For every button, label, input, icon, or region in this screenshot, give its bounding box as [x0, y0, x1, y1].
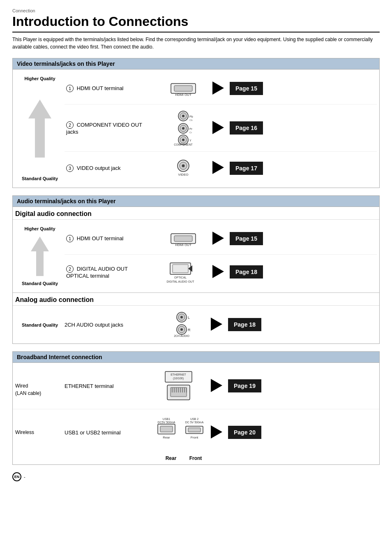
video-icon-video: VIDEO [157, 157, 210, 179]
digital-arrow-hdmi [210, 232, 226, 246]
svg-text:(10/100): (10/100) [173, 377, 184, 380]
svg-text:VIDEO: VIDEO [178, 173, 189, 176]
usb-icon-col: USB1 DC5V 500mA Rear USB 2 Front DC 5V 5… [155, 416, 208, 449]
digital-row-optical: 2 DIGITAL AUDIO OUT OPTICAL terminal OPT… [65, 255, 377, 289]
ethernet-type-col: Wired (LAN cable) [15, 375, 65, 397]
usb-type-col: Wireless [15, 429, 65, 435]
video-page-hdmi: Page 15 [230, 82, 263, 95]
ethernet-terminal-col: ETHERNET terminal [65, 383, 155, 389]
digital-terminal-hdmi: 1 HDMI OUT terminal [66, 235, 157, 242]
footer: EN - [12, 472, 380, 481]
front-label: Front [189, 455, 202, 461]
terminal-name-hdmi: HDMI OUT terminal [77, 85, 124, 91]
digital-page-optical: Page 18 [230, 265, 263, 278]
lang-label: EN [14, 475, 20, 479]
video-quality-top: Higher Quality [24, 76, 55, 81]
usb-terminal-col: USB1 or USB2 terminal [65, 429, 155, 436]
ethernet-type-label: Wired (LAN cable) [15, 383, 41, 396]
video-page-component: Page 16 [230, 121, 263, 135]
svg-text:Cr: Cr [189, 131, 192, 134]
footer-dash: - [24, 474, 25, 479]
digital-terminal-optical: 2 DIGITAL AUDIO OUT OPTICAL terminal [66, 265, 157, 279]
ethernet-icon-col: ETHERNET (10/100) [155, 369, 208, 402]
analog-icon: L R 2CH AUDIO [155, 311, 208, 339]
digital-quality-col: Higher Quality Standard Quality [15, 223, 65, 289]
video-terminal-video: 3 VIDEO output jack [66, 165, 157, 172]
svg-text:DIGITAL AUDIO OUT: DIGITAL AUDIO OUT [167, 280, 194, 283]
svg-point-32 [180, 316, 183, 318]
svg-text:DC5V 500mA: DC5V 500mA [158, 421, 175, 424]
en-badge: EN [12, 472, 21, 481]
rear-label: Rear [166, 455, 177, 461]
svg-point-20 [182, 165, 185, 167]
svg-text:2CH AUDIO: 2CH AUDIO [174, 334, 189, 337]
digital-audio-subsection: Digital audio connection Higher Quality … [13, 207, 379, 292]
svg-point-5 [182, 115, 184, 117]
usb-page: Page 20 [228, 426, 261, 439]
broadband-row-usb: Wireless USB1 or USB2 terminal USB1 DC5V… [13, 409, 379, 455]
digital-name-hdmi: HDMI OUT terminal [77, 235, 124, 241]
video-arrow-component [210, 121, 226, 135]
terminal-name-video: VIDEO output jack [77, 165, 121, 171]
svg-point-10 [182, 127, 184, 130]
digital-num-2: 2 [66, 265, 74, 273]
terminal-num-3: 3 [66, 165, 74, 172]
analog-quality-col: Standard Quality [15, 322, 65, 328]
video-arrow-video [210, 161, 226, 175]
video-quality-col: Higher Quality Standard Quality [15, 73, 65, 184]
analog-audio-subsection: Analog audio connection Standard Quality… [13, 293, 379, 343]
svg-text:HDMI OUT: HDMI OUT [175, 93, 191, 97]
svg-text:Y: Y [189, 139, 191, 142]
svg-text:Rear: Rear [163, 436, 170, 439]
video-row-video: 3 VIDEO output jack VIDEO Page 17 [65, 152, 377, 184]
analog-row: Standard Quality 2CH AUDIO output jacks … [13, 306, 379, 343]
audio-section-header: Audio terminals/jacks on this Player [13, 196, 379, 207]
ethernet-arrow [208, 379, 225, 393]
digital-icon-hdmi: HDMI OUT [157, 228, 210, 249]
analog-quality: Standard Quality [22, 323, 58, 327]
analog-audio-title: Analog audio connection [13, 293, 379, 306]
svg-rect-26 [173, 265, 188, 273]
digital-quality-bottom: Standard Quality [22, 281, 58, 286]
ethernet-page: Page 19 [228, 379, 261, 392]
breadcrumb: Connection [12, 8, 380, 13]
svg-text:USB 2: USB 2 [190, 418, 198, 420]
broadband-section-header: Broadband Internet connection [13, 352, 379, 363]
terminal-num-2: 2 [66, 121, 74, 129]
video-page-video: Page 17 [230, 162, 263, 175]
video-icon-hdmi: HDMI OUT [157, 78, 210, 99]
svg-rect-23 [174, 236, 192, 241]
page-title: Introduction to Connections [12, 14, 380, 32]
analog-arrow [208, 318, 225, 332]
digital-name-optical: DIGITAL AUDIO OUT OPTICAL terminal [66, 266, 128, 279]
svg-text:HDMI OUT: HDMI OUT [175, 243, 191, 247]
svg-text:Cb: Cb [189, 119, 193, 121]
svg-text:DC 5V 500mA: DC 5V 500mA [185, 421, 204, 424]
digital-icon-optical: OPTICAL DIGITAL AUDIO OUT [157, 260, 210, 284]
broadband-row-ethernet: Wired (LAN cable) ETHERNET terminal ETHE… [13, 363, 379, 409]
svg-rect-1 [174, 86, 192, 91]
svg-point-15 [182, 139, 184, 141]
analog-page: Page 18 [228, 318, 261, 331]
digital-audio-title: Digital audio connection [13, 207, 379, 220]
ethernet-terminal-name: ETHERNET terminal [65, 383, 114, 389]
svg-point-36 [180, 328, 183, 331]
digital-quality-top: Higher Quality [24, 226, 55, 231]
video-row-component: 2 COMPONENT VIDEO OUT jacks Pb Cb [65, 104, 377, 152]
video-icon-component: Pb Cb Pr Cr Y COMPONENT [157, 109, 210, 146]
video-terminal-component: 2 COMPONENT VIDEO OUT jacks [66, 121, 157, 135]
digital-page-hdmi: Page 15 [230, 232, 263, 245]
usb-arrow [208, 425, 225, 440]
svg-text:Pr: Pr [189, 128, 193, 130]
svg-text:R: R [188, 328, 191, 332]
usb-terminal-name: USB1 or USB2 terminal [65, 429, 121, 436]
digital-num-1: 1 [66, 235, 74, 242]
intro-text: This Player is equipped with the termina… [12, 36, 380, 51]
terminal-num-1: 1 [66, 85, 74, 92]
svg-text:USB1: USB1 [163, 418, 170, 420]
svg-text:ETHERNET: ETHERNET [171, 373, 186, 376]
svg-text:OPTICAL: OPTICAL [174, 276, 187, 279]
usb-type-label: Wireless [15, 429, 34, 435]
analog-terminal: 2CH AUDIO output jacks [65, 322, 155, 328]
svg-rect-58 [188, 428, 201, 432]
